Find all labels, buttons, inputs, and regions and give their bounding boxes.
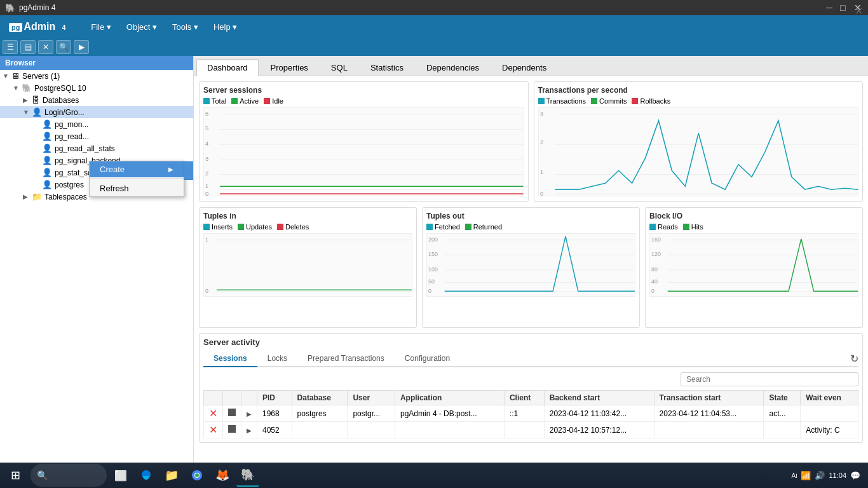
activity-tab-locks[interactable]: Locks [257, 351, 297, 366]
col-action2 [223, 391, 241, 405]
menu-object[interactable]: Object ▾ [119, 20, 165, 34]
svg-text:0: 0 [540, 191, 543, 197]
legend-label-hits: Hits [691, 223, 703, 231]
tree-arrow-logingroup: ▼ [23, 109, 32, 116]
ctx-submenu-item-loginrole[interactable]: Login/Group Role... [184, 162, 194, 179]
col-wait-event: Wait even [801, 391, 858, 405]
taskbar-icons: 🔍 ⬜ 📁 🦊 🐘 [28, 464, 787, 487]
system-tray: Ai 📶 🔊 11:04 💬 [787, 471, 865, 480]
pgadmin-taskbar-icon: 🐘 [241, 468, 255, 482]
toolbar-btn-2[interactable]: ▤ [20, 40, 36, 54]
ctx-item-create[interactable]: Create ▶ Login/Group Role... [90, 161, 184, 177]
firefox-icon: 🦊 [215, 468, 229, 482]
toolbar-btn-sql[interactable]: ▶ [74, 40, 89, 54]
ctx-submenu: Login/Group Role... [184, 161, 194, 180]
legend-label-reads: Reads [658, 223, 678, 231]
minimize-button[interactable]: ─ [826, 3, 835, 12]
legend-color-updates [238, 224, 244, 230]
square-icon[interactable] [228, 425, 236, 433]
menubar: pgAdmin 4 File ▾ Object ▾ Tools ▾ Help ▾ [0, 15, 868, 38]
ctx-item-refresh[interactable]: Refresh [90, 180, 184, 196]
chart-title-tuples-out: Tuples out [426, 212, 635, 220]
chart-area-transactions: 3 2 1 0 [538, 107, 859, 196]
stop-icon[interactable]: ✕ [209, 424, 217, 435]
taskbar-pgadmin[interactable]: 🐘 [236, 464, 259, 487]
play-icon[interactable]: ▶ [247, 410, 252, 417]
row1-stop[interactable]: ✕ [204, 405, 223, 422]
tree-icon-pg10: 🐘 [22, 83, 32, 93]
toolbar-btn-1[interactable]: ☰ [3, 40, 18, 54]
taskbar-task-view[interactable]: ⬜ [109, 464, 132, 487]
legend-label-inserts: Inserts [212, 223, 233, 231]
tree-item-servers[interactable]: ▼ 🖥 Servers (1) [0, 70, 193, 82]
col-database: Database [292, 391, 348, 405]
col-action3 [241, 391, 257, 405]
taskbar-files[interactable]: 📁 [160, 464, 183, 487]
row2-pid: 4052 [257, 422, 292, 438]
menu-help[interactable]: Help ▾ [206, 20, 245, 34]
charts-mid-row: Tuples in Inserts Updates Deletes [199, 207, 863, 328]
toolbar-btn-search[interactable]: 🔍 [56, 40, 71, 54]
row2-square[interactable] [223, 422, 241, 438]
taskview-icon: ⬜ [114, 470, 127, 482]
activity-tab-configuration[interactable]: Configuration [395, 351, 460, 366]
taskbar-search[interactable]: 🔍 [31, 464, 107, 487]
row1-wait-event [801, 405, 858, 422]
row1-transaction-start: 2023-04-12 11:04:53... [654, 405, 764, 422]
tab-properties[interactable]: Properties [260, 59, 319, 76]
stop-icon[interactable]: ✕ [209, 408, 217, 419]
row1-play[interactable]: ▶ [241, 405, 257, 422]
activity-tab-prepared[interactable]: Prepared Transactions [297, 351, 395, 366]
legend-label-returned: Returned [473, 223, 502, 231]
legend-total: Total [203, 97, 226, 105]
tree-item-pg10[interactable]: ▼ 🐘 PostgreSQL 10 [0, 82, 193, 94]
menu-file[interactable]: File ▾ [83, 20, 119, 34]
legend-color-inserts [203, 224, 210, 230]
chart-legend-tuples-out: Fetched Returned [426, 223, 635, 231]
play-icon[interactable]: ▶ [247, 427, 252, 434]
tree-item-databases[interactable]: ▶ 🗄 Databases [0, 94, 193, 106]
tab-dependents[interactable]: Dependents [491, 59, 557, 76]
activity-table: PID Database User Application Client Bac… [203, 390, 858, 438]
windows-start-button[interactable]: ⊞ [3, 464, 28, 487]
tab-sql[interactable]: SQL [320, 59, 358, 76]
tab-dashboard[interactable]: Dashboard [196, 59, 259, 76]
chart-svg-tuples-out: 200 150 100 50 0 [427, 234, 635, 296]
row2-stop[interactable]: ✕ [204, 422, 223, 438]
legend-color-hits [683, 224, 689, 230]
tree-item-logingroup[interactable]: ▼ 👤 Login/Gro... [0, 106, 193, 118]
menu-tools[interactable]: Tools ▾ [165, 20, 206, 34]
row2-play[interactable]: ▶ [241, 422, 257, 438]
row2-application [395, 422, 504, 438]
taskbar-edge[interactable] [135, 464, 158, 487]
tree-icon-pgmon: 👤 [42, 119, 52, 129]
legend-updates: Updates [238, 223, 272, 231]
row2-transaction-start [654, 422, 764, 438]
row2-state [764, 422, 801, 438]
tree-label-pgread: pg_read... [55, 132, 89, 141]
chart-server-sessions: Server sessions Total Active Idle [199, 81, 529, 202]
tree-item-pgmon[interactable]: ▶ 👤 pg_mon... [0, 118, 193, 130]
tray-notification-bell[interactable]: 💬 [850, 471, 860, 480]
taskbar-firefox[interactable]: 🦊 [211, 464, 234, 487]
taskbar-chrome[interactable] [186, 464, 208, 487]
chart-area-block-io: 160 120 80 40 0 [649, 233, 858, 297]
svg-point-47 [195, 473, 199, 477]
legend-active: Active [231, 97, 259, 105]
activity-tab-sessions[interactable]: Sessions [203, 351, 257, 367]
tree-item-pgreadall[interactable]: ▶ 👤 pg_read_all_stats [0, 142, 193, 154]
row1-square[interactable] [223, 405, 241, 422]
tree-item-pgread[interactable]: ▶ 👤 pg_read... [0, 130, 193, 142]
context-menu-main: Create ▶ Login/Group Role... Refresh [89, 161, 184, 197]
square-icon[interactable] [228, 409, 236, 416]
toolbar-btn-3[interactable]: ✕ [38, 40, 53, 54]
maximize-button[interactable]: □ [840, 3, 849, 12]
tab-dependencies[interactable]: Dependencies [416, 59, 490, 76]
search-input[interactable] [681, 372, 858, 386]
tab-statistics[interactable]: Statistics [360, 59, 414, 76]
tree-label-postgres: postgres [55, 180, 84, 189]
legend-color-idle [264, 98, 270, 104]
row2-user [348, 422, 395, 438]
chart-svg-block-io: 160 120 80 40 0 [650, 234, 858, 296]
activity-refresh-button[interactable]: ↻ [850, 353, 858, 365]
